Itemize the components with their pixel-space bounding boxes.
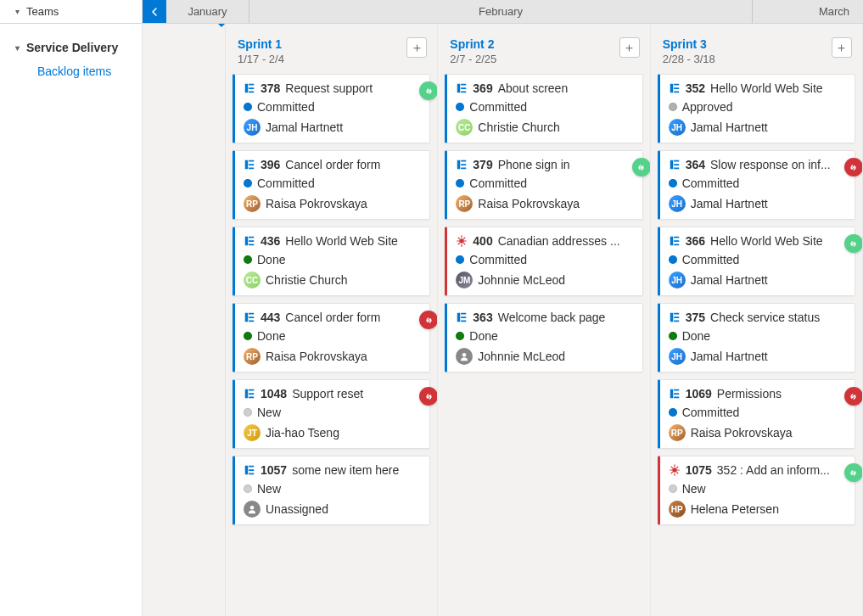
work-item-card[interactable]: 379Phone sign inCommittedRPRaisa Pokrovs… [445, 150, 642, 220]
add-card-button[interactable]: ＋ [619, 37, 640, 58]
work-item-state: Committed [682, 253, 740, 266]
bug-icon [456, 235, 468, 247]
avatar: JH [244, 119, 261, 136]
assignee-name: Jamal Hartnett [691, 120, 768, 134]
pbi-icon [456, 159, 468, 171]
work-item-card[interactable]: 400Canadian addresses ...CommittedJMJohn… [445, 227, 642, 296]
add-card-button[interactable]: ＋ [406, 37, 427, 58]
work-item-state: New [682, 482, 706, 496]
sprint-name[interactable]: Sprint 3 [663, 37, 715, 51]
sprint-name[interactable]: Sprint 1 [238, 37, 284, 51]
link-badge-icon[interactable] [419, 311, 438, 329]
board: Sprint 11/17 - 2/4＋378Request supportCom… [143, 24, 863, 616]
timeline-prev-button[interactable] [143, 0, 166, 23]
pbi-icon [244, 235, 255, 247]
sidebar-backlog-items[interactable]: Backlog items [0, 58, 142, 83]
work-item-title: Hello World Web Site [285, 234, 398, 248]
avatar: HP [669, 501, 686, 518]
work-item-state: Done [682, 329, 710, 343]
work-item-card[interactable]: 378Request supportCommittedJHJamal Hartn… [233, 74, 430, 143]
work-item-state: Committed [682, 176, 740, 190]
work-item-card[interactable]: 369About screenCommittedCCChristie Churc… [445, 74, 642, 143]
link-badge-icon[interactable] [419, 81, 438, 100]
chevron-down-icon: ▾ [15, 43, 20, 53]
teams-label: Teams [26, 5, 59, 18]
teams-toggle[interactable]: ▾ Teams [0, 0, 143, 23]
sprint-header: Sprint 11/17 - 2/4＋ [233, 34, 430, 74]
timeline-header: ▾ Teams January February March [0, 0, 863, 24]
link-badge-icon[interactable] [844, 234, 863, 253]
sprint-column: Sprint 22/7 - 2/25＋369About screenCommit… [438, 24, 650, 616]
avatar: CC [456, 119, 473, 136]
work-item-card[interactable]: 1075352 : Add an inform...NewHPHelena Pe… [658, 456, 855, 525]
pbi-icon [669, 235, 681, 247]
state-dot-icon [456, 255, 464, 264]
assignee-name: Johnnie McLeod [478, 350, 565, 363]
work-item-title: some new item here [292, 463, 399, 477]
chevron-down-icon: ▾ [15, 7, 20, 16]
work-item-title: About screen [498, 81, 569, 95]
assignee-name: Jamal Hartnett [691, 197, 768, 210]
add-card-button[interactable]: ＋ [832, 37, 852, 58]
team-name: Service Delivery [26, 41, 118, 54]
link-badge-icon[interactable] [844, 387, 863, 406]
state-dot-icon [244, 332, 252, 340]
work-item-card[interactable]: 443Cancel order formDoneRPRaisa Pokrovsk… [233, 303, 430, 372]
work-item-state: Done [257, 253, 285, 266]
link-badge-icon[interactable] [632, 158, 651, 176]
work-item-title: Welcome back page [498, 311, 606, 324]
pbi-icon [244, 82, 255, 94]
work-item-card[interactable]: 363Welcome back pageDoneJohnnie McLeod [445, 303, 642, 372]
state-dot-icon [669, 408, 677, 417]
avatar: RP [244, 195, 261, 212]
work-item-card[interactable]: 1057some new item hereNewUnassigned [233, 456, 430, 525]
work-item-id: 443 [261, 311, 280, 324]
work-item-title: Slow response on inf... [710, 158, 831, 171]
work-item-card[interactable]: 364Slow response on inf...CommittedJHJam… [658, 150, 855, 220]
pbi-icon [669, 82, 681, 94]
work-item-card[interactable]: 352Hello World Web SiteApprovedJHJamal H… [658, 74, 855, 143]
sprint-column: Sprint 11/17 - 2/4＋378Request supportCom… [226, 24, 438, 616]
work-item-id: 1048 [261, 387, 287, 400]
work-item-title: Check service status [710, 311, 820, 324]
work-item-title: Phone sign in [498, 158, 570, 171]
state-dot-icon [456, 179, 464, 188]
assignee-name: Raisa Pokrovskaya [691, 426, 793, 440]
pbi-icon [669, 159, 681, 171]
work-item-title: Support reset [292, 387, 363, 400]
assignee-name: Christie Church [266, 273, 347, 287]
work-item-card[interactable]: 366Hello World Web SiteCommittedJHJamal … [658, 227, 855, 296]
work-item-id: 1069 [686, 387, 712, 400]
work-item-card[interactable]: 436Hello World Web SiteDoneCCChristie Ch… [233, 227, 430, 296]
sprint-name[interactable]: Sprint 2 [450, 37, 496, 51]
assignee-name: Raisa Pokrovskaya [478, 197, 580, 210]
pbi-icon [669, 388, 681, 400]
work-item-card[interactable]: 375Check service statusDoneJHJamal Hartn… [658, 303, 855, 372]
assignee-name: Jia-hao Tseng [266, 426, 339, 440]
assignee-name: Christie Church [478, 120, 559, 134]
link-badge-icon[interactable] [844, 158, 863, 176]
bug-icon [669, 464, 681, 476]
work-item-card[interactable]: 396Cancel order formCommittedRPRaisa Pok… [233, 150, 430, 220]
svg-point-3 [672, 468, 677, 473]
work-item-card[interactable]: 1048Support resetNewJTJia-hao Tseng [233, 379, 430, 449]
month-february: February [249, 0, 753, 23]
assignee-name: Raisa Pokrovskaya [266, 350, 367, 363]
link-badge-icon[interactable] [419, 387, 438, 406]
team-service-delivery[interactable]: ▾ Service Delivery [0, 37, 142, 58]
state-dot-icon [456, 332, 464, 340]
work-item-id: 1075 [686, 463, 712, 477]
assignee-name: Helena Petersen [691, 502, 779, 516]
sprint-dates: 2/7 - 2/25 [450, 53, 496, 65]
link-badge-icon[interactable] [844, 463, 863, 482]
assignee-name: Johnnie McLeod [478, 273, 565, 287]
avatar: JH [669, 195, 686, 212]
avatar: JH [669, 348, 686, 365]
work-item-title: Cancel order form [285, 158, 380, 171]
sidebar: ▾ Service Delivery Backlog items [0, 24, 143, 616]
work-item-state: Committed [469, 100, 527, 114]
work-item-card[interactable]: 1069PermissionsCommittedRPRaisa Pokrovsk… [658, 379, 855, 449]
state-dot-icon [669, 255, 677, 264]
work-item-state: Committed [469, 176, 527, 190]
sprint-dates: 2/28 - 3/18 [663, 53, 715, 65]
